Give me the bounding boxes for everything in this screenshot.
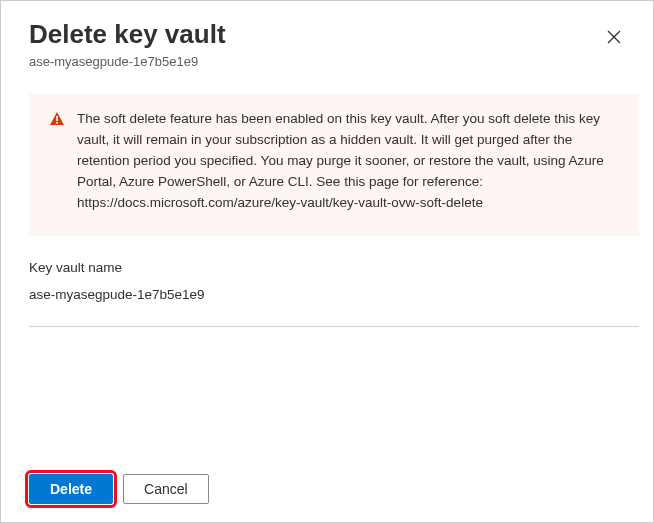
warning-icon [49,111,65,214]
close-icon [607,28,621,48]
key-vault-name-value: ase-myasegpude-1e7b5e1e9 [29,287,639,302]
panel-header: Delete key vault ase-myasegpude-1e7b5e1e… [29,19,625,87]
delete-button[interactable]: Delete [29,474,113,504]
header-text-block: Delete key vault ase-myasegpude-1e7b5e1e… [29,19,226,87]
key-vault-name-label: Key vault name [29,260,639,275]
content-scroll-area[interactable]: The soft delete feature has been enabled… [1,93,653,450]
close-button[interactable] [603,25,625,51]
divider [29,326,639,327]
cancel-button[interactable]: Cancel [123,474,209,504]
page-title: Delete key vault [29,19,226,50]
warning-banner: The soft delete feature has been enabled… [29,93,639,236]
warning-message: The soft delete feature has been enabled… [77,109,619,214]
delete-key-vault-panel: Delete key vault ase-myasegpude-1e7b5e1e… [1,1,653,522]
svg-rect-3 [56,116,58,121]
footer-actions: Delete Cancel [29,474,209,504]
svg-rect-4 [56,122,58,124]
page-subtitle: ase-myasegpude-1e7b5e1e9 [29,54,226,69]
